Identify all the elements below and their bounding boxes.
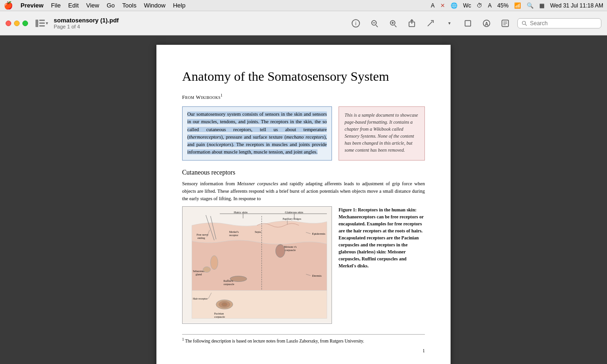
chevron-down-icon: ▾	[46, 21, 48, 26]
svg-text:Papillary Ridges: Papillary Ridges	[282, 217, 301, 220]
file-info: somatosensory (1).pdf Page 1 of 4	[54, 17, 119, 29]
intro-text: Our somatosensory system consists of sen…	[182, 106, 332, 161]
svg-text:ending: ending	[198, 237, 205, 239]
footnote-number: 1	[182, 337, 184, 342]
svg-point-47	[275, 245, 285, 258]
footnote-area: 1 The following description is based on …	[182, 334, 425, 343]
svg-point-23	[522, 21, 526, 24]
figure-caption-text: Figure 1: Receptors in the human skin: M…	[339, 207, 423, 268]
maximize-button[interactable]	[22, 21, 28, 26]
app-name[interactable]: Preview	[21, 2, 43, 9]
svg-line-8	[376, 25, 378, 27]
sidebar-toggle[interactable]: ▾	[35, 20, 48, 27]
toolbar: ▾ somatosensory (1).pdf Page 1 of 4 i ▾ …	[0, 11, 607, 35]
menu-icon-wc: Wc	[463, 2, 471, 9]
sidebar-note: This is a sample document to showcase pa…	[339, 106, 425, 161]
annotate-chevron[interactable]: ▾	[443, 17, 456, 30]
menu-window[interactable]: Window	[144, 2, 165, 9]
file-pages: Page 1 of 4	[54, 24, 119, 29]
menu-icon-a2: A	[488, 2, 492, 9]
markup-button[interactable]: A	[480, 17, 493, 30]
notes-button[interactable]	[499, 17, 512, 30]
zoom-in-button[interactable]	[387, 17, 400, 30]
menu-help[interactable]: Help	[173, 2, 185, 9]
wifi-icon: 📶	[514, 2, 521, 9]
svg-text:Pacinian: Pacinian	[214, 313, 224, 315]
svg-text:corpuscle: corpuscle	[214, 316, 225, 319]
svg-text:Dermis: Dermis	[312, 274, 322, 278]
svg-text:Hair receptor: Hair receptor	[193, 298, 208, 301]
svg-text:gland: gland	[196, 273, 202, 276]
svg-rect-33	[192, 291, 327, 319]
search-icon	[522, 21, 527, 26]
figure-section: Hairy skin Glabrous skin Papillary Ridge…	[182, 206, 425, 325]
svg-point-61	[222, 303, 227, 307]
menu-go[interactable]: Go	[106, 2, 114, 9]
svg-rect-0	[35, 20, 38, 27]
svg-text:Meissne r's: Meissne r's	[284, 245, 296, 248]
menu-file[interactable]: File	[51, 2, 61, 9]
display-icon: ▦	[539, 2, 544, 9]
svg-point-40	[211, 256, 218, 270]
svg-text:A: A	[485, 21, 488, 26]
skin-diagram-svg: Hairy skin Glabrous skin Papillary Ridge…	[182, 206, 332, 323]
intro-section: Our somatosensory system consists of sen…	[182, 106, 425, 161]
body-paragraph: Sensory information from Meissner corpus…	[182, 180, 425, 203]
figure-caption: Figure 1: Receptors in the human skin: M…	[339, 206, 425, 325]
menu-icon-m: 🌐	[451, 2, 458, 9]
svg-rect-2	[39, 22, 45, 24]
svg-rect-1	[39, 20, 45, 21]
section-heading-cutaneous: Cutaneous receptors	[182, 169, 425, 176]
document-title: Anatomy of the Somatosensory System	[182, 68, 425, 85]
close-button[interactable]	[6, 21, 11, 26]
svg-point-56	[203, 267, 211, 273]
svg-line-15	[428, 21, 432, 26]
menu-right-area: A ✕ 🌐 Wc ⏱ A 45% 📶 🔍 ▦ Wed 31 Jul 11:18 …	[431, 2, 603, 9]
svg-text:corpuscle: corpuscle	[285, 249, 296, 252]
highlighted-intro: Our somatosensory system consists of sen…	[187, 112, 327, 154]
svg-rect-16	[465, 21, 471, 26]
toolbar-icons: i ▾ A	[349, 17, 601, 30]
svg-line-12	[395, 25, 396, 27]
svg-text:Free nerve: Free nerve	[197, 233, 209, 236]
datetime: Wed 31 Jul 11:18 AM	[550, 2, 603, 9]
search-menu-icon[interactable]: 🔍	[527, 2, 534, 9]
menu-edit[interactable]: Edit	[68, 2, 78, 9]
menu-view[interactable]: View	[86, 2, 99, 9]
battery-indicator: 45%	[497, 2, 508, 9]
footnote-text: The following description is based on le…	[185, 339, 364, 343]
figure-image: Hairy skin Glabrous skin Papillary Ridge…	[182, 206, 332, 325]
menu-icon-a: A	[431, 2, 435, 9]
menu-icon-x: ✕	[440, 2, 445, 9]
svg-text:Ruffini's: Ruffini's	[224, 280, 233, 283]
traffic-lights	[6, 21, 28, 26]
annotate-button[interactable]	[424, 17, 437, 30]
svg-text:Merkel's: Merkel's	[229, 231, 239, 233]
svg-text:Epidermis: Epidermis	[312, 232, 325, 236]
info-button[interactable]: i	[349, 17, 362, 30]
svg-text:receptor: receptor	[229, 234, 239, 237]
main-area: Anatomy of the Somatosensory System From…	[0, 35, 607, 364]
pdf-page: Anatomy of the Somatosensory System From…	[156, 45, 451, 364]
zoom-out-button[interactable]	[368, 17, 381, 30]
menu-icon-clock: ⏱	[477, 2, 482, 9]
svg-line-24	[525, 24, 527, 26]
sidebar-icon	[35, 20, 45, 27]
svg-text:Septa: Septa	[255, 231, 261, 233]
svg-text:corpuscle: corpuscle	[224, 283, 234, 286]
svg-text:i: i	[355, 21, 356, 26]
minimize-button[interactable]	[14, 21, 20, 26]
from-wikibooks: From Wikibooks1	[182, 93, 425, 100]
menu-tools[interactable]: Tools	[122, 2, 136, 9]
page-number: 1	[182, 348, 425, 353]
svg-rect-3	[39, 25, 45, 27]
file-name: somatosensory (1).pdf	[54, 17, 119, 24]
pdf-viewer: Anatomy of the Somatosensory System From…	[0, 35, 607, 364]
crop-button[interactable]	[461, 17, 474, 30]
share-button[interactable]	[405, 17, 418, 30]
menu-bar: 🍎 Preview File Edit View Go Tools Window…	[0, 0, 607, 11]
search-input[interactable]	[530, 20, 595, 27]
search-box[interactable]	[517, 18, 601, 28]
apple-menu[interactable]: 🍎	[4, 1, 13, 10]
